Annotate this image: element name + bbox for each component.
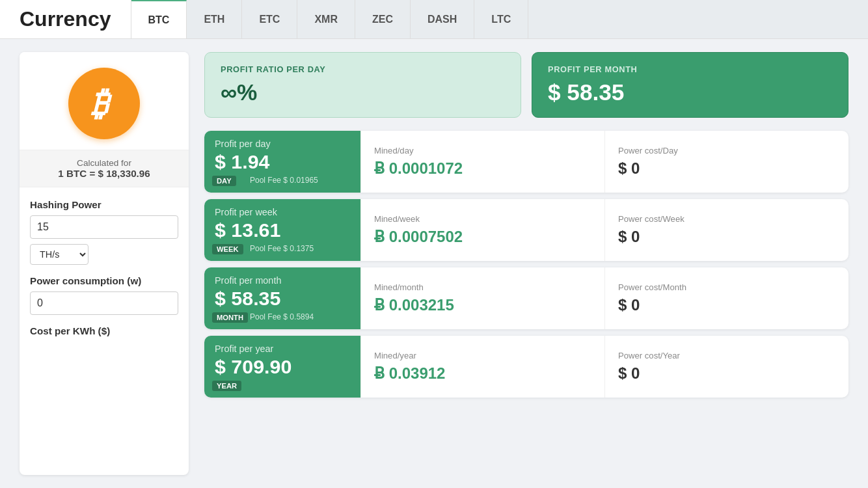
nav-tab-btc[interactable]: BTC <box>131 0 187 38</box>
power-consumption-group: Power consumption (w) <box>30 275 178 315</box>
row-mined-cell-day: Mined/day Ƀ 0.0001072 <box>360 131 604 193</box>
row-power-label-day: Power cost/Day <box>618 146 835 156</box>
bitcoin-logo: ₿ <box>68 68 140 139</box>
summary-card-profit_ratio: PROFIT RATIO PER DAY ∞% <box>204 52 521 118</box>
row-power-cell-month: Power cost/Month $ 0 <box>604 267 848 329</box>
data-rows: Profit per day $ 1.94 Day Pool Fee $ 0.0… <box>204 131 848 398</box>
summary-card-profit_month: PROFIT PER MONTH $ 58.35 <box>532 52 848 118</box>
row-power-value-month: $ 0 <box>618 296 835 314</box>
summary-card-value-profit_ratio: ∞% <box>221 79 505 105</box>
data-row-day: Profit per day $ 1.94 Day Pool Fee $ 0.0… <box>204 131 848 193</box>
row-power-label-month: Power cost/Month <box>618 282 835 292</box>
hashing-power-group: Hashing Power TH/s GH/s MH/s <box>30 199 178 265</box>
nav-tab-ltc[interactable]: LTC <box>474 0 528 38</box>
top-nav: Currency BTCETHETCXMRZECDASHLTC <box>0 0 868 39</box>
row-mined-label-day: Mined/day <box>374 146 591 156</box>
row-period-year: Year <box>212 381 241 391</box>
cost-per-kwh-label: Cost per KWh ($) <box>30 325 178 336</box>
cost-per-kwh-group: Cost per KWh ($) <box>30 325 178 336</box>
data-row-year: Profit per year $ 709.90 Year Mined/year… <box>204 336 848 398</box>
nav-tab-eth[interactable]: ETH <box>187 0 242 38</box>
row-title-day: Profit per day <box>215 139 350 149</box>
calculated-section: Calculated for 1 BTC = $ 18,330.96 <box>20 150 189 187</box>
nav-tab-xmr[interactable]: XMR <box>297 0 355 38</box>
nav-tab-etc[interactable]: ETC <box>242 0 297 38</box>
row-power-label-year: Power cost/Year <box>618 351 835 360</box>
row-mined-cell-week: Mined/week Ƀ 0.0007502 <box>360 199 604 261</box>
left-panel: ₿ Calculated for 1 BTC = $ 18,330.96 Has… <box>20 52 189 475</box>
row-left-year: Profit per year $ 709.90 Year <box>204 336 360 398</box>
brand-title: Currency <box>20 7 111 31</box>
row-amount-month: $ 58.35 <box>215 287 350 310</box>
row-title-year: Profit per year <box>215 344 350 354</box>
coin-logo-section: ₿ <box>20 52 189 150</box>
row-left-month: Profit per month $ 58.35 Month Pool Fee … <box>204 267 360 329</box>
row-amount-year: $ 709.90 <box>215 355 350 378</box>
summary-card-label-profit_month: PROFIT PER MONTH <box>548 64 832 74</box>
calculated-for-label: Calculated for <box>27 158 181 168</box>
row-mined-value-day: Ƀ 0.0001072 <box>374 159 591 178</box>
row-mined-value-week: Ƀ 0.0007502 <box>374 228 591 246</box>
row-mined-cell-year: Mined/year Ƀ 0.03912 <box>360 336 604 398</box>
row-left-week: Profit per week $ 13.61 Week Pool Fee $ … <box>204 199 360 261</box>
inputs-section: Hashing Power TH/s GH/s MH/s Power consu… <box>20 187 189 359</box>
brand-logo: Currency <box>0 0 131 38</box>
row-power-label-week: Power cost/Week <box>618 214 835 224</box>
summary-card-label-profit_ratio: PROFIT RATIO PER DAY <box>221 64 505 74</box>
data-row-month: Profit per month $ 58.35 Month Pool Fee … <box>204 267 848 329</box>
right-panel: PROFIT RATIO PER DAY ∞% PROFIT PER MONTH… <box>204 52 848 475</box>
summary-cards: PROFIT RATIO PER DAY ∞% PROFIT PER MONTH… <box>204 52 848 118</box>
row-fee-week: Pool Fee $ 0.1375 <box>250 244 314 253</box>
nav-tab-zec[interactable]: ZEC <box>355 0 411 38</box>
currency-tabs: BTCETHETCXMRZECDASHLTC <box>131 0 869 38</box>
row-power-value-year: $ 0 <box>618 364 835 383</box>
row-mined-value-month: Ƀ 0.003215 <box>374 296 591 314</box>
row-period-day: Day <box>212 176 236 186</box>
summary-card-value-profit_month: $ 58.35 <box>548 79 832 105</box>
row-power-value-week: $ 0 <box>618 228 835 246</box>
row-power-cell-day: Power cost/Day $ 0 <box>604 131 848 193</box>
row-mined-label-month: Mined/month <box>374 282 591 292</box>
svg-text:₿: ₿ <box>90 85 113 122</box>
row-power-cell-week: Power cost/Week $ 0 <box>604 199 848 261</box>
power-consumption-input[interactable] <box>30 291 178 315</box>
row-period-month: Month <box>212 312 248 323</box>
nav-tab-dash[interactable]: DASH <box>411 0 474 38</box>
unit-select[interactable]: TH/s GH/s MH/s <box>30 244 88 265</box>
row-mined-label-year: Mined/year <box>374 351 591 360</box>
row-amount-day: $ 1.94 <box>215 150 350 173</box>
data-row-week: Profit per week $ 13.61 Week Pool Fee $ … <box>204 199 848 261</box>
row-fee-month: Pool Fee $ 0.5894 <box>250 312 314 321</box>
hashing-power-input[interactable] <box>30 215 178 239</box>
row-mined-cell-month: Mined/month Ƀ 0.003215 <box>360 267 604 329</box>
row-power-cell-year: Power cost/Year $ 0 <box>604 336 848 398</box>
row-title-week: Profit per week <box>215 207 350 217</box>
row-period-week: Week <box>212 244 243 254</box>
row-title-month: Profit per month <box>215 275 350 286</box>
row-left-day: Profit per day $ 1.94 Day Pool Fee $ 0.0… <box>204 131 360 193</box>
power-consumption-label: Power consumption (w) <box>30 275 178 286</box>
row-mined-value-year: Ƀ 0.03912 <box>374 364 591 383</box>
btc-price: 1 BTC = $ 18,330.96 <box>27 168 181 179</box>
row-amount-week: $ 13.61 <box>215 219 350 241</box>
main-container: ₿ Calculated for 1 BTC = $ 18,330.96 Has… <box>0 39 868 488</box>
hashing-power-label: Hashing Power <box>30 199 178 210</box>
row-power-value-day: $ 0 <box>618 159 835 178</box>
row-fee-day: Pool Fee $ 0.01965 <box>250 176 318 185</box>
row-mined-label-week: Mined/week <box>374 214 591 224</box>
